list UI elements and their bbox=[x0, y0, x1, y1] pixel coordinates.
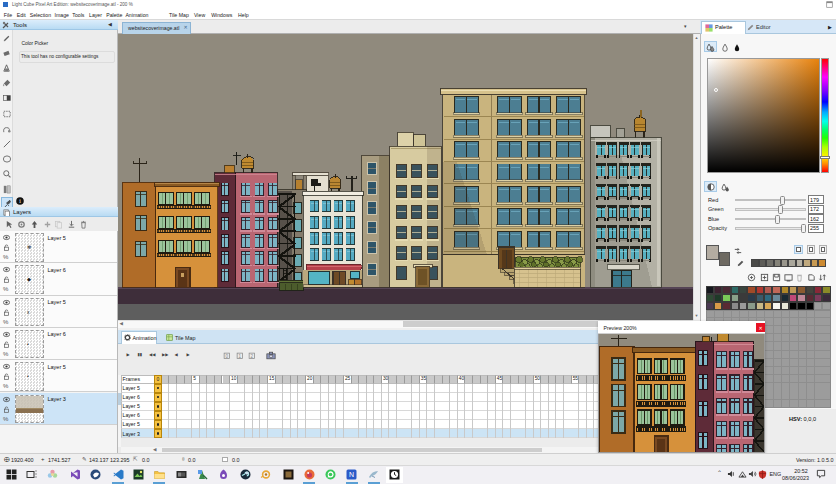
svg-text:1: 1 bbox=[238, 353, 241, 358]
svg-text:N: N bbox=[349, 471, 354, 478]
svg-text:0: 0 bbox=[225, 353, 228, 358]
svg-text:2: 2 bbox=[250, 353, 253, 358]
